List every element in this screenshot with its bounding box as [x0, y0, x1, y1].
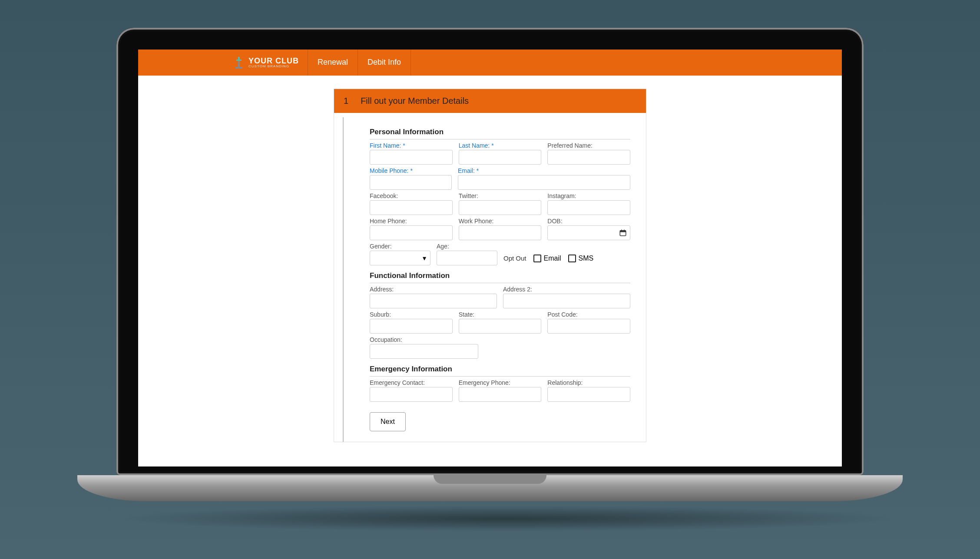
last-name-label: Last Name: * — [459, 142, 542, 149]
logo-subtext: CUSTOM BRANDING — [248, 65, 299, 68]
opt-out-label: Opt Out — [503, 255, 526, 262]
step-title: Fill out your Member Details — [361, 96, 469, 106]
email-label: Email: * — [458, 167, 630, 174]
step-number: 1 — [344, 96, 348, 106]
personal-section-title: Personal Information — [370, 128, 630, 136]
relationship-input[interactable] — [547, 387, 630, 402]
state-label: State: — [459, 311, 542, 318]
age-input[interactable] — [437, 251, 497, 265]
gender-label: Gender: — [370, 243, 430, 250]
screen: YOUR CLUB CUSTOM BRANDING Renewal Debit … — [138, 50, 842, 466]
next-button[interactable]: Next — [370, 412, 406, 431]
logo-icon — [234, 56, 244, 69]
first-name-input[interactable] — [370, 150, 453, 165]
work-phone-label: Work Phone: — [459, 218, 542, 225]
opt-sms-label: SMS — [579, 255, 594, 262]
card-body: Personal Information First Name: * Last … — [343, 117, 646, 442]
checkbox-icon — [533, 255, 541, 262]
dob-label: DOB: — [547, 218, 630, 225]
laptop-frame: YOUR CLUB CUSTOM BRANDING Renewal Debit … — [116, 28, 864, 532]
svg-rect-5 — [620, 230, 626, 232]
twitter-input[interactable] — [459, 200, 542, 215]
card-header: 1 Fill out your Member Details — [334, 89, 646, 113]
calendar-icon[interactable] — [619, 229, 627, 237]
svg-rect-1 — [236, 60, 242, 61]
last-name-input[interactable] — [459, 150, 542, 165]
preferred-name-label: Preferred Name: — [547, 142, 630, 149]
divider — [370, 283, 630, 283]
instagram-input[interactable] — [547, 200, 630, 215]
opt-out-email-checkbox[interactable]: Email — [533, 255, 561, 262]
postcode-label: Post Code: — [547, 311, 630, 318]
opt-email-label: Email — [544, 255, 561, 262]
opt-out-sms-checkbox[interactable]: SMS — [568, 255, 594, 262]
nav-renewal[interactable]: Renewal — [308, 50, 358, 76]
relationship-label: Relationship: — [547, 379, 630, 386]
email-input[interactable] — [458, 175, 630, 190]
address-label: Address: — [370, 286, 497, 293]
emergency-contact-input[interactable] — [370, 387, 453, 402]
age-label: Age: — [437, 243, 497, 250]
functional-section-title: Functional Information — [370, 271, 630, 280]
home-phone-label: Home Phone: — [370, 218, 453, 225]
emergency-contact-label: Emergency Contact: — [370, 379, 453, 386]
suburb-input[interactable] — [370, 319, 453, 334]
brand-logo: YOUR CLUB CUSTOM BRANDING — [225, 50, 308, 76]
facebook-label: Facebook: — [370, 192, 453, 199]
laptop-shadow — [116, 506, 898, 532]
gender-select[interactable] — [370, 251, 430, 265]
laptop-body: YOUR CLUB CUSTOM BRANDING Renewal Debit … — [116, 28, 864, 475]
svg-rect-2 — [238, 61, 240, 67]
twitter-label: Twitter: — [459, 192, 542, 199]
state-input[interactable] — [459, 319, 542, 334]
postcode-input[interactable] — [547, 319, 630, 334]
occupation-label: Occupation: — [370, 336, 478, 343]
emergency-phone-label: Emergency Phone: — [459, 379, 542, 386]
emergency-phone-input[interactable] — [459, 387, 542, 402]
divider — [370, 139, 630, 139]
suburb-label: Suburb: — [370, 311, 453, 318]
divider — [370, 376, 630, 377]
svg-rect-3 — [235, 67, 242, 69]
first-name-label: First Name: * — [370, 142, 453, 149]
address2-input[interactable] — [503, 294, 630, 308]
page-content: 1 Fill out your Member Details Personal … — [138, 76, 842, 442]
address-input[interactable] — [370, 294, 497, 308]
nav-debit-info[interactable]: Debit Info — [358, 50, 411, 76]
laptop-base — [77, 475, 903, 501]
address2-label: Address 2: — [503, 286, 630, 293]
mobile-phone-input[interactable] — [370, 175, 452, 190]
member-details-card: 1 Fill out your Member Details Personal … — [334, 89, 646, 442]
facebook-input[interactable] — [370, 200, 453, 215]
laptop-notch — [434, 475, 546, 484]
emergency-section-title: Emergency Information — [370, 365, 630, 374]
svg-rect-0 — [238, 57, 240, 60]
checkbox-icon — [568, 255, 576, 262]
instagram-label: Instagram: — [547, 192, 630, 199]
occupation-input[interactable] — [370, 344, 478, 359]
logo-text: YOUR CLUB — [248, 57, 299, 65]
preferred-name-input[interactable] — [547, 150, 630, 165]
top-nav-bar: YOUR CLUB CUSTOM BRANDING Renewal Debit … — [138, 50, 842, 76]
mobile-phone-label: Mobile Phone: * — [370, 167, 452, 174]
home-phone-input[interactable] — [370, 225, 453, 240]
work-phone-input[interactable] — [459, 225, 542, 240]
dob-input[interactable] — [547, 225, 630, 240]
